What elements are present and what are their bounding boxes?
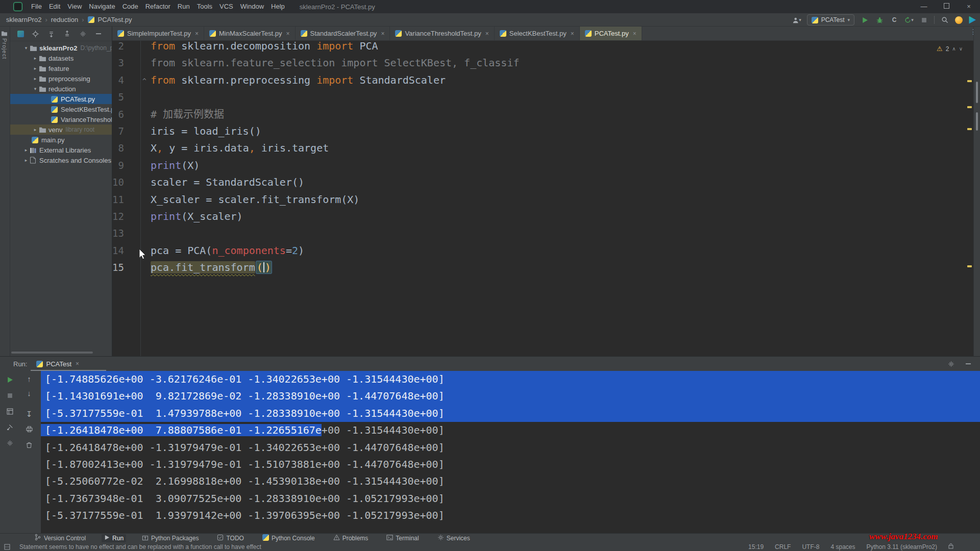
down-stack-trace-button[interactable]: ↓ [27,389,31,397]
toolwindow-button-problems[interactable]: Problems [331,534,371,542]
settings-gear-icon[interactable] [78,29,87,38]
tree-item-preprocessing[interactable]: ▸preprocessing [10,73,112,84]
tab-close-icon[interactable]: × [195,30,199,37]
stop-button[interactable] [5,391,14,400]
breadcrumb-item-reduction[interactable]: reduction [51,16,78,23]
locate-file-button[interactable] [31,29,40,38]
run-tab[interactable]: PCATest × [36,357,79,371]
menu-navigate[interactable]: Navigate [85,0,118,13]
menu-edit[interactable]: Edit [45,0,64,13]
tree-item-feature[interactable]: ▸feature [10,63,112,73]
menu-window[interactable]: Window [237,0,267,13]
file-encoding[interactable]: UTF-8 [802,543,819,550]
right-stripe-tool-icon[interactable] [976,82,978,103]
menu-view[interactable]: View [64,0,85,13]
debug-button[interactable] [875,15,884,24]
notification-badge-icon[interactable] [955,16,963,24]
tree-item-venv[interactable]: ▸venvlibrary root [10,124,112,135]
collapse-all-button[interactable] [62,29,71,38]
scroll-to-end-button[interactable]: ↧ [26,410,33,418]
toolwindow-button-todo[interactable]: TODO [214,534,246,542]
code-editor[interactable]: 2from sklearn.decomposition import PCA3f… [112,41,980,356]
tree-item-selectkbesttest-py[interactable]: SelectKBestTest.py [10,104,112,114]
run-button[interactable] [860,15,869,24]
tree-item-external-libraries[interactable]: ▸External Libraries [10,145,112,155]
scrollbar-warning-mark[interactable] [967,265,972,267]
tree-item-variancethresholdtest-py[interactable]: VarianceThresholdTest.py [10,114,112,124]
console-line[interactable]: [-1.26418478e+00 -1.31979479e-01 -1.3402… [41,439,980,456]
tab-standardscalertest-py[interactable]: StandardScalerTest.py× [296,27,390,40]
tab-simpleimputertest-py[interactable]: SimpleImputerTest.py× [112,27,204,40]
toolwindow-button-python-console[interactable]: Python Console [260,534,317,542]
rerun-button[interactable] [5,375,14,384]
hide-panel-button[interactable] [94,29,103,38]
restore-layout-button[interactable] [5,407,14,416]
chevron-collapsed-icon[interactable]: ▸ [32,56,39,61]
lock-icon[interactable] [948,543,953,550]
console-line[interactable]: [-1.14301691e+00 9.82172869e-02 -1.28338… [41,388,980,405]
menu-run[interactable]: Run [174,0,193,13]
chevron-collapsed-icon[interactable]: ▸ [22,158,30,163]
breadcrumb-item-sklearnpro2[interactable]: sklearnPro2 [6,16,41,23]
close-button[interactable]: × [958,0,980,13]
python-interpreter[interactable]: Python 3.11 (sklearnPro2) [866,543,937,550]
inspections-widget[interactable]: ⚠ 2 ∧ ∨ [937,45,963,53]
run-console-output[interactable]: [-1.74885626e+00 -3.62176246e-01 -1.3402… [41,371,980,533]
console-line[interactable]: [-5.37177559e-01 1.93979142e+00 -1.39706… [41,507,980,524]
chevron-expanded-icon[interactable]: ▾ [22,45,30,51]
previous-warning-icon[interactable]: ∧ [952,46,955,52]
chevron-expanded-icon[interactable]: ▾ [32,86,39,91]
console-line[interactable]: [-1.73673948e-01 3.09077525e+00 -1.28338… [41,490,980,507]
scrollbar-warning-mark[interactable] [967,128,972,130]
console-line[interactable]: [-1.87002413e+00 -1.31979479e-01 -1.5107… [41,456,980,473]
caret-position[interactable]: 15:19 [748,543,764,550]
tab-close-icon[interactable]: × [381,30,384,37]
settings-gear-icon[interactable] [946,359,955,368]
tab-pcatest-py[interactable]: PCATest.py× [580,27,642,40]
run-with-coverage-button[interactable]: C [890,15,899,24]
run-configuration-select[interactable]: PCATest ▾ [807,14,854,26]
menu-vcs[interactable]: VCS [216,0,237,13]
tool-window-switcher-icon[interactable] [4,544,10,550]
next-warning-icon[interactable]: ∨ [959,46,963,52]
tab-close-icon[interactable]: × [633,30,636,37]
toolwindow-button-python-packages[interactable]: Python Packages [139,534,201,542]
maximize-button[interactable] [935,0,958,13]
print-button[interactable] [24,424,34,434]
tree-item-scratches-and-consoles[interactable]: ▸Scratches and Consoles [10,155,112,165]
up-stack-trace-button[interactable]: ↑ [27,375,31,383]
chevron-collapsed-icon[interactable]: ▸ [32,76,39,81]
clear-all-button[interactable] [24,440,34,449]
chevron-collapsed-icon[interactable]: ▸ [22,147,30,153]
settings-gear-icon[interactable] [5,438,14,447]
scrollbar-warning-mark[interactable] [967,80,972,82]
tree-item-sklearnpro2[interactable]: ▾sklearnPro2D:\python_pro [10,43,112,53]
menu-code[interactable]: Code [119,0,142,13]
run-tab-close-icon[interactable]: × [76,360,79,367]
chevron-collapsed-icon[interactable]: ▸ [32,66,39,71]
indent-style[interactable]: 4 spaces [830,543,855,550]
search-everywhere-icon[interactable] [940,15,949,24]
user-account-icon[interactable]: ▾ [792,15,801,24]
profiler-button[interactable]: ▾ [904,15,914,24]
tab-minmaxscalertest-py[interactable]: MinMaxScalerTest.py× [204,27,296,40]
menu-help[interactable]: Help [267,0,288,13]
menu-tools[interactable]: Tools [193,0,216,13]
tree-item-datasets[interactable]: ▸datasets [10,53,112,63]
expand-all-button[interactable] [46,29,56,38]
toolwindow-button-run[interactable]: Run [102,534,126,542]
horizontal-scrollbar[interactable] [11,352,93,354]
toolwindow-button-terminal[interactable]: Terminal [384,534,421,542]
tree-item-main-py[interactable]: main.py [10,135,112,145]
tree-item-reduction[interactable]: ▾reduction [10,84,112,94]
menu-file[interactable]: File [28,0,45,13]
tab-selectkbesttest-py[interactable]: SelectKBestTest.py× [495,27,580,40]
hide-panel-button[interactable] [964,359,973,368]
tab-variancethresholdtest-py[interactable]: VarianceThresholdTest.py× [390,27,494,40]
stop-button[interactable] [919,15,928,24]
toolwindow-button-services[interactable]: Services [435,534,473,542]
tree-item-pcatest-py[interactable]: PCATest.py [10,94,112,104]
plugin-badge-icon[interactable] [968,16,976,24]
tab-close-icon[interactable]: × [571,30,574,37]
chevron-collapsed-icon[interactable]: ▸ [32,127,39,132]
